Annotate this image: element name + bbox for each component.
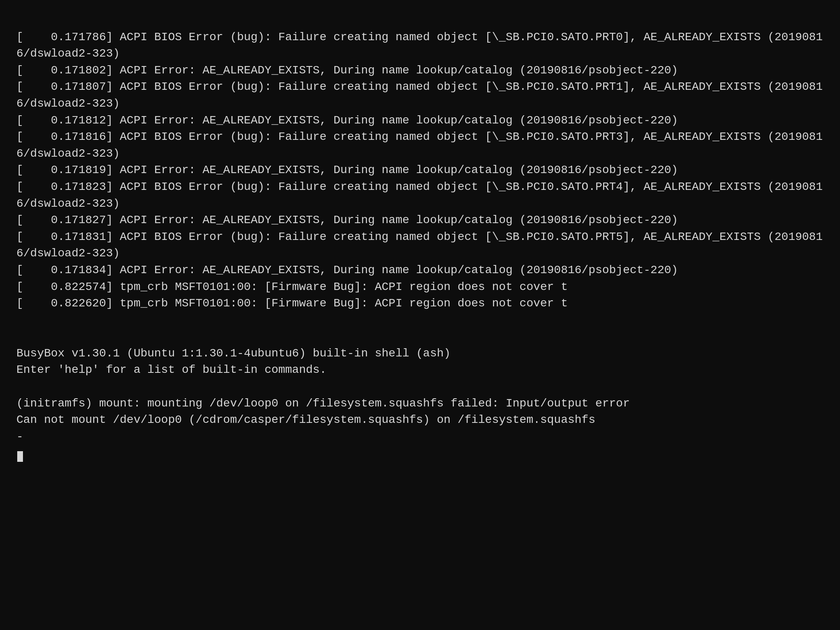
terminal-line: [ 0.171802] ACPI Error: AE_ALREADY_EXIST… bbox=[16, 62, 824, 79]
terminal-line: Can not mount /dev/loop0 (/cdrom/casper/… bbox=[16, 412, 824, 429]
terminal-line bbox=[16, 329, 824, 345]
terminal-line: [ 0.171812] ACPI Error: AE_ALREADY_EXIST… bbox=[16, 112, 824, 129]
terminal-line: Enter 'help' for a list of built-in comm… bbox=[16, 362, 824, 379]
terminal-screen: [ 0.171786] ACPI BIOS Error (bug): Failu… bbox=[0, 0, 840, 630]
terminal-line: BusyBox v1.30.1 (Ubuntu 1:1.30.1-4ubuntu… bbox=[16, 345, 824, 362]
terminal-line: [ 0.171816] ACPI BIOS Error (bug): Failu… bbox=[16, 129, 824, 162]
terminal-line: (initramfs) mount: mounting /dev/loop0 o… bbox=[16, 395, 824, 412]
terminal-line: [ 0.171834] ACPI Error: AE_ALREADY_EXIST… bbox=[16, 262, 824, 279]
terminal-line: [ 0.171827] ACPI Error: AE_ALREADY_EXIST… bbox=[16, 212, 824, 229]
terminal-line: [ 0.171819] ACPI Error: AE_ALREADY_EXIST… bbox=[16, 162, 824, 179]
terminal-line: - bbox=[16, 429, 824, 445]
terminal-line: [ 0.822574] tpm_crb MSFT0101:00: [Firmwa… bbox=[16, 279, 824, 296]
terminal-line bbox=[16, 379, 824, 395]
terminal-line: [ 0.822620] tpm_crb MSFT0101:00: [Firmwa… bbox=[16, 295, 824, 312]
terminal-cursor bbox=[17, 451, 23, 462]
terminal-line: [ 0.171831] ACPI BIOS Error (bug): Failu… bbox=[16, 229, 824, 262]
terminal-line: [ 0.171823] ACPI BIOS Error (bug): Failu… bbox=[16, 179, 824, 212]
terminal-line bbox=[16, 312, 824, 329]
terminal-line: [ 0.171807] ACPI BIOS Error (bug): Failu… bbox=[16, 79, 824, 112]
terminal-line: [ 0.171786] ACPI BIOS Error (bug): Failu… bbox=[16, 29, 824, 62]
